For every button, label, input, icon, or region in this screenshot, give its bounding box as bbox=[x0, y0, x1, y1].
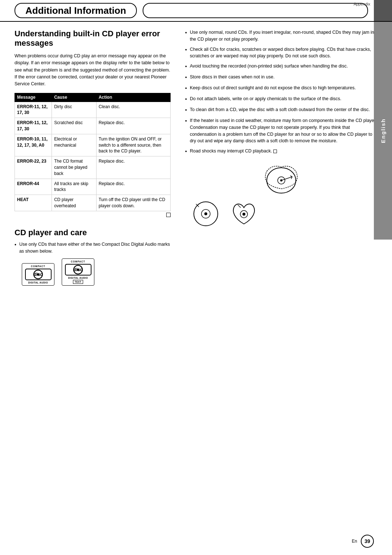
right-bullet-item: Avoid touching the recorded (non-printed… bbox=[185, 63, 377, 70]
svg-text:disc: disc bbox=[73, 267, 82, 272]
table-cell-action: Clean disc. bbox=[96, 102, 170, 118]
svg-point-17 bbox=[242, 213, 245, 216]
table-cell-message: ERROR-11, 12, 17, 30 bbox=[15, 102, 52, 118]
right-bullet-item: Do not attach labels, write on or apply … bbox=[185, 95, 377, 103]
right-bullet-item: Store discs in their cases when not in u… bbox=[185, 74, 377, 81]
section2-title: CD player and care bbox=[15, 228, 171, 237]
right-bullet-item: If the heater is used in cold weather, m… bbox=[185, 117, 377, 144]
table-header-action: Action bbox=[96, 93, 170, 102]
footer: En 39 bbox=[352, 535, 374, 548]
disc-icon-round bbox=[192, 200, 220, 228]
table-cell-action: Turn the ignition ON and OFF, or switch … bbox=[96, 134, 170, 156]
svg-text:disc: disc bbox=[33, 272, 42, 277]
header-title: Additional Information bbox=[25, 5, 126, 16]
table-cell-cause: Dirty disc bbox=[52, 102, 96, 118]
table-cell-action: Replace disc. bbox=[96, 118, 170, 134]
section1: Understanding built-in CD player error m… bbox=[15, 29, 171, 217]
cd-logo-2-svg: disc bbox=[65, 263, 92, 277]
page-number: 39 bbox=[361, 535, 374, 548]
right-bullet-item: Check all CDs for cracks, scratches or w… bbox=[185, 46, 377, 60]
svg-line-18 bbox=[238, 205, 241, 208]
section1-body: When problems occur during CD play an er… bbox=[15, 53, 171, 88]
right-bullets-list: Use only normal, round CDs. If you inser… bbox=[185, 29, 377, 155]
svg-point-14 bbox=[204, 212, 207, 215]
english-sidebar-text: English bbox=[380, 118, 386, 143]
cd-logo-1: COMPACT disc DIGITAL AUDIO bbox=[22, 263, 54, 286]
header-middle-box bbox=[143, 3, 368, 18]
wipe-illustration bbox=[185, 160, 377, 197]
main-content: Understanding built-in CD player error m… bbox=[0, 29, 392, 286]
table-end-icon bbox=[15, 213, 171, 217]
english-sidebar: English bbox=[374, 22, 392, 240]
table-cell-cause: Electrical or mechanical bbox=[52, 134, 96, 156]
table-cell-message: HEAT bbox=[15, 195, 52, 211]
table-cell-action: Replace disc. bbox=[96, 179, 170, 195]
cd-logo-1-svg: disc bbox=[25, 268, 52, 281]
left-column: Understanding built-in CD player error m… bbox=[15, 29, 181, 286]
right-bullet-item: Use only normal, round CDs. If you inser… bbox=[185, 29, 377, 43]
disc-icon-irregular bbox=[230, 200, 258, 228]
table-cell-message: ERROR-10, 11, 12, 17, 30, A0 bbox=[15, 134, 52, 156]
table-cell-message: ERROR-44 bbox=[15, 179, 52, 195]
section2: CD player and care Use only CDs that hav… bbox=[15, 228, 171, 286]
page-wrapper: Appendix Additional Information English … bbox=[0, 0, 392, 555]
table-cell-action: Turn off the CD player until the CD play… bbox=[96, 195, 170, 211]
section2-intro-item: Use only CDs that have either of the two… bbox=[15, 241, 171, 255]
table-cell-cause: Scratched disc bbox=[52, 118, 96, 134]
right-bullet-item: To clean dirt from a CD, wipe the disc w… bbox=[185, 106, 377, 114]
section1-title: Understanding built-in CD player error m… bbox=[15, 29, 171, 48]
wipe-svg bbox=[260, 160, 303, 197]
footer-en: En bbox=[352, 539, 357, 544]
right-column: Use only normal, round CDs. If you inser… bbox=[181, 29, 377, 286]
cd-logo-2: COMPACT disc DIGITAL AUDIO TEXT bbox=[62, 258, 94, 286]
header-right-box bbox=[374, 0, 392, 21]
cd-logos: COMPACT disc DIGITAL AUDIO bbox=[22, 258, 171, 286]
table-header-cause: Cause bbox=[52, 93, 96, 102]
table-header-message: Message bbox=[15, 93, 52, 102]
table-cell-cause: The CD format cannot be played back bbox=[52, 156, 96, 179]
header-title-box: Additional Information bbox=[15, 3, 137, 18]
right-bullet-item: Keep discs out of direct sunlight and do… bbox=[185, 85, 377, 92]
right-bullet-item: Road shocks may interrupt CD playback. bbox=[185, 148, 377, 155]
appendix-label: Appendix bbox=[354, 2, 370, 6]
table-cell-cause: CD player overheated bbox=[52, 195, 96, 211]
table-cell-message: ERROR-11, 12, 17, 30 bbox=[15, 118, 52, 134]
disc-images bbox=[192, 200, 377, 228]
table-cell-action: Replace disc. bbox=[96, 156, 170, 179]
section2-intro-list: Use only CDs that have either of the two… bbox=[15, 241, 171, 255]
table-cell-cause: All tracks are skip tracks bbox=[52, 179, 96, 195]
top-bar: Appendix Additional Information bbox=[0, 0, 392, 22]
table-cell-message: ERROR-22, 23 bbox=[15, 156, 52, 179]
error-table: Message Cause Action ERROR-11, 12, 17, 3… bbox=[15, 93, 171, 211]
